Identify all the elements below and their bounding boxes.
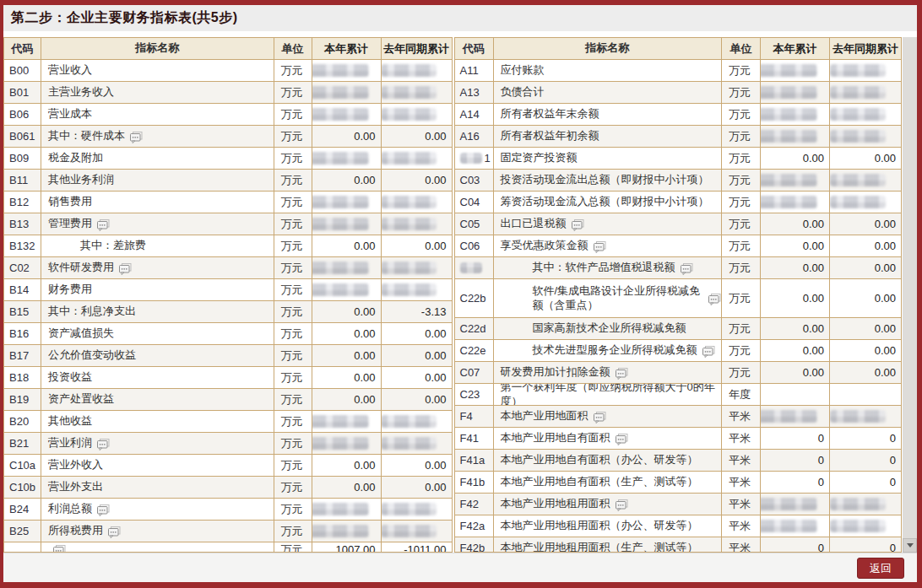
unit-cell: 平米 xyxy=(722,515,761,537)
comment-icon[interactable] xyxy=(97,439,110,450)
table-row: B25所得税费用 万元 xyxy=(4,521,452,542)
table-row: C03投资活动现金流出总额（即财报中小计项）万元 xyxy=(455,170,902,192)
code-cell: C22b xyxy=(455,279,494,317)
indicator-name: 本地产业用地租用面积 xyxy=(501,497,610,510)
previous-value-cell: 0.00 xyxy=(830,235,901,256)
current-value-cell xyxy=(761,170,830,191)
current-value-cell: 0.00 xyxy=(312,323,382,344)
unit-cell: 万元 xyxy=(722,104,761,125)
scroll-down-button[interactable] xyxy=(903,538,917,553)
indicator-name: 投资活动现金流出总额（即财报中小计项） xyxy=(501,173,709,186)
previous-value-cell xyxy=(830,126,901,147)
column-header-current: 本年累计 xyxy=(761,38,830,59)
financial-table-right: 代码指标名称单位本年累计去年同期累计A11应付账款万元A13负债合计万元A14所… xyxy=(454,37,903,553)
table-row: 其中：软件产品增值税退税额 万元0.000.00 xyxy=(455,257,902,279)
unit-cell: 万元 xyxy=(722,82,761,103)
code-cell: B20 xyxy=(4,411,41,432)
comment-icon[interactable] xyxy=(616,434,628,445)
table-row: F41b本地产业用地自有面积（生产、测试等）平米00 xyxy=(455,472,902,494)
indicator-name-cell: 其中：软件产品增值税退税额 xyxy=(494,257,723,278)
column-header-unit: 单位 xyxy=(274,38,312,59)
code-cell: B16 xyxy=(4,323,41,344)
unit-cell: 万元 xyxy=(722,148,761,169)
current-value-cell xyxy=(761,515,830,537)
code-cell: C04 xyxy=(455,192,494,213)
indicator-name: 营业外支出 xyxy=(48,480,103,494)
comment-icon[interactable] xyxy=(616,368,628,380)
unit-cell: 万元 xyxy=(274,345,312,366)
code-cell: A14 xyxy=(455,104,494,125)
current-value-cell xyxy=(312,411,382,432)
previous-value-cell xyxy=(382,192,452,213)
indicator-name-cell: 本地产业用地租用面积（生产、测试等） xyxy=(494,537,723,553)
redacted-value xyxy=(382,218,437,230)
unit-cell: 万元 xyxy=(274,411,312,432)
current-value-cell: 0.00 xyxy=(761,257,830,278)
current-value-cell: 0 xyxy=(761,472,830,493)
indicator-name: 其中：硬件成本 xyxy=(48,129,125,143)
comment-icon[interactable] xyxy=(119,263,132,275)
code-cell: F42b xyxy=(455,537,494,553)
comment-icon[interactable] xyxy=(594,412,606,423)
previous-value-cell xyxy=(830,406,901,427)
indicator-name: 销售费用 xyxy=(48,195,92,208)
table-row: B21营业利润 万元 xyxy=(4,433,452,455)
redacted-value xyxy=(382,437,437,450)
redacted-value xyxy=(382,503,437,515)
code-cell: C07 xyxy=(455,362,494,383)
code-cell: B06 xyxy=(4,104,41,125)
current-value-cell xyxy=(312,192,382,213)
previous-value-cell: -1011.00 xyxy=(382,542,452,553)
redacted-value xyxy=(830,174,886,186)
unit-cell: 万元 xyxy=(274,477,312,498)
comment-icon[interactable] xyxy=(708,294,721,305)
redacted-value xyxy=(312,152,369,165)
scrollbar[interactable] xyxy=(903,37,917,553)
indicator-name-cell: 本地产业用地自有面积（办公、研发等） xyxy=(494,450,723,471)
table-row: F41a本地产业用地自有面积（办公、研发等）平米00 xyxy=(455,450,902,472)
comment-icon[interactable] xyxy=(97,219,110,231)
comment-icon[interactable] xyxy=(616,499,628,511)
table-row: B132其中：差旅费万元0.000.00 xyxy=(4,235,452,257)
redacted-value xyxy=(460,153,482,164)
comment-icon[interactable] xyxy=(702,346,715,358)
indicator-name: 软件研发费用 xyxy=(48,261,114,274)
comment-icon[interactable] xyxy=(108,526,121,538)
table-row: B15其中：利息净支出万元0.00-3.13 xyxy=(4,301,452,323)
comment-icon[interactable] xyxy=(572,219,584,231)
indicator-name-cell: 利润总额 xyxy=(41,499,274,520)
table-row: C06享受优惠政策金额 万元0.000.00 xyxy=(455,235,902,257)
comment-icon[interactable] xyxy=(594,241,606,253)
unit-cell: 万元 xyxy=(274,104,312,125)
previous-value-cell xyxy=(830,60,901,81)
indicator-name-cell: 财务费用 xyxy=(41,279,274,300)
table-row: C10b营业外支出万元0.000.00 xyxy=(4,477,452,499)
current-value-cell xyxy=(312,148,382,169)
unit-cell: 平米 xyxy=(722,494,761,515)
comment-icon[interactable] xyxy=(130,132,143,143)
current-value-cell xyxy=(312,213,382,235)
comment-icon[interactable] xyxy=(53,545,66,553)
redacted-value xyxy=(312,108,369,121)
code-cell: F42a xyxy=(455,515,494,537)
unit-cell: 万元 xyxy=(274,521,312,542)
table-row: C10a营业外收入万元0.000.00 xyxy=(4,455,452,477)
previous-value-cell xyxy=(382,257,452,278)
indicator-name: 营业收入 xyxy=(48,63,92,77)
indicator-name: 公允价值变动收益 xyxy=(48,348,136,362)
code-cell: B132 xyxy=(4,235,41,256)
comment-icon[interactable] xyxy=(97,504,110,516)
indicator-name-cell: 所得税费用 xyxy=(41,521,274,542)
table-row: 万元1007.00-1011.00 xyxy=(4,542,452,553)
back-button[interactable]: 返回 xyxy=(857,558,904,579)
current-value-cell: 0 xyxy=(761,537,830,553)
comment-icon[interactable] xyxy=(681,263,693,275)
table-row: B06营业成本万元 xyxy=(4,104,452,126)
unit-cell: 万元 xyxy=(274,213,312,235)
indicator-name-cell: 负债合计 xyxy=(494,82,723,103)
code-cell: B13 xyxy=(4,213,41,235)
indicator-name-cell: 所有者权益年初余额 xyxy=(494,126,723,147)
code-cell: B18 xyxy=(4,367,41,388)
unit-cell: 万元 xyxy=(274,192,312,213)
indicator-name: 本地产业用地租用面积（办公、研发等） xyxy=(501,519,698,532)
